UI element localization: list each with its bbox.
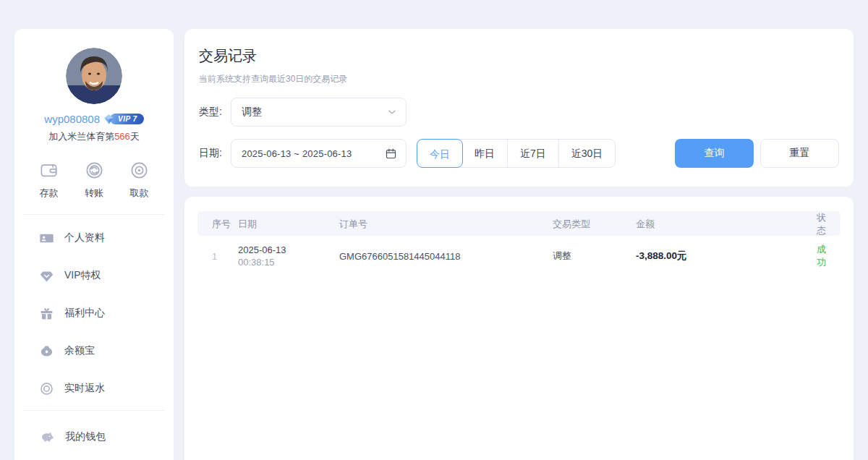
cell-order-no: GMG6766051581445044118: [339, 251, 553, 262]
sidebar-menu: 个人资料 VIP特权 福利中心 余额宝: [14, 215, 174, 407]
type-filter-row: 类型: 调整: [199, 98, 839, 127]
reset-button[interactable]: 重置: [760, 139, 839, 168]
id-card-icon: [39, 231, 54, 246]
transactions-panel: 序号 日期 订单号 交易类型 金额 状态 1 2025-06-13 00:38:…: [184, 197, 854, 460]
sidebar: wyp080808 VIP 7 加入米兰体育第566天 存款: [14, 29, 174, 460]
sidebar-item-profile[interactable]: 个人资料: [14, 219, 174, 257]
cell-date-time: 00:38:15: [238, 257, 339, 268]
date-range-segments: 今日 昨日 近7日 近30日: [417, 139, 616, 168]
wallet-icon: [39, 161, 59, 180]
calendar-icon: [385, 148, 397, 160]
range-30days-button[interactable]: 近30日: [558, 140, 616, 167]
sidebar-item-label: 实时返水: [64, 382, 105, 395]
cell-amount: -3,888.00元: [636, 250, 809, 263]
username: wyp080808: [44, 113, 100, 125]
page-subtitle: 当前系统支持查询最近30日的交易记录: [199, 73, 839, 85]
sidebar-item-yuebao[interactable]: 余额宝: [14, 332, 174, 370]
sidebar-item-label: 我的钱包: [65, 430, 106, 443]
col-status: 状态: [809, 211, 826, 237]
table-header: 序号 日期 订单号 交易类型 金额 状态: [197, 211, 841, 236]
cell-date-day: 2025-06-13: [238, 244, 339, 255]
date-label: 日期:: [199, 147, 231, 160]
cell-status: 成功: [809, 243, 826, 269]
sidebar-item-label: 个人资料: [64, 231, 105, 244]
vip-badge: VIP 7: [103, 114, 144, 125]
range-yesterday-button[interactable]: 昨日: [462, 140, 507, 167]
type-label: 类型:: [199, 106, 231, 119]
cell-date: 2025-06-13 00:38:15: [238, 244, 339, 268]
sidebar-item-welfare[interactable]: 福利中心: [14, 294, 174, 332]
filter-panel: 交易记录 当前系统支持查询最近30日的交易记录 类型: 调整 日期: 2025-…: [184, 29, 854, 187]
join-days-number: 566: [114, 131, 130, 142]
type-select[interactable]: 调整: [231, 98, 407, 127]
withdraw-button[interactable]: 取款: [129, 161, 149, 200]
query-button[interactable]: 查询: [675, 139, 754, 168]
type-select-value: 调整: [242, 106, 387, 119]
rebate-icon: [39, 381, 54, 396]
sidebar-item-label: VIP特权: [64, 269, 101, 282]
col-index: 序号: [212, 218, 238, 231]
deposit-button[interactable]: 存款: [39, 161, 59, 200]
quick-label: 取款: [130, 187, 149, 200]
date-filter-row: 日期: 2025-06-13 ~ 2025-06-13 今日 昨日 近7日 近3…: [199, 139, 839, 168]
transfer-icon: [85, 161, 104, 180]
transfer-button[interactable]: 转账: [85, 161, 104, 200]
date-range-value: 2025-06-13 ~ 2025-06-13: [242, 148, 385, 159]
chevron-down-icon: [387, 107, 397, 117]
range-today-button[interactable]: 今日: [417, 139, 463, 168]
sidebar-item-wallet[interactable]: 我的钱包: [14, 415, 174, 459]
col-amount: 金额: [636, 218, 809, 231]
col-date: 日期: [238, 218, 339, 231]
quick-actions: 存款 转账 取款: [14, 161, 174, 200]
sidebar-item-vip[interactable]: VIP特权: [14, 257, 174, 294]
date-range-input[interactable]: 2025-06-13 ~ 2025-06-13: [231, 139, 407, 168]
gem-icon: [39, 268, 54, 284]
cell-index: 1: [212, 251, 238, 262]
withdraw-icon: [129, 161, 149, 180]
sidebar-item-label: 福利中心: [64, 307, 105, 320]
piggy-bank-icon: [39, 429, 55, 445]
page-title: 交易记录: [199, 46, 839, 66]
money-bag-icon: [39, 344, 54, 359]
col-order-no: 订单号: [339, 218, 553, 231]
gift-icon: [39, 306, 54, 321]
join-days-text: 加入米兰体育第566天: [14, 130, 174, 143]
quick-label: 转账: [85, 187, 103, 200]
table-row: 1 2025-06-13 00:38:15 GMG676605158144504…: [197, 236, 841, 276]
sidebar-item-rebate[interactable]: 实时返水: [14, 370, 174, 407]
quick-label: 存款: [40, 187, 59, 200]
vip-gem-icon: [103, 114, 115, 125]
range-7days-button[interactable]: 近7日: [507, 140, 558, 167]
avatar: [66, 48, 122, 104]
cell-type: 调整: [553, 250, 636, 263]
col-type: 交易类型: [553, 218, 636, 231]
sidebar-item-label: 余额宝: [64, 344, 95, 357]
